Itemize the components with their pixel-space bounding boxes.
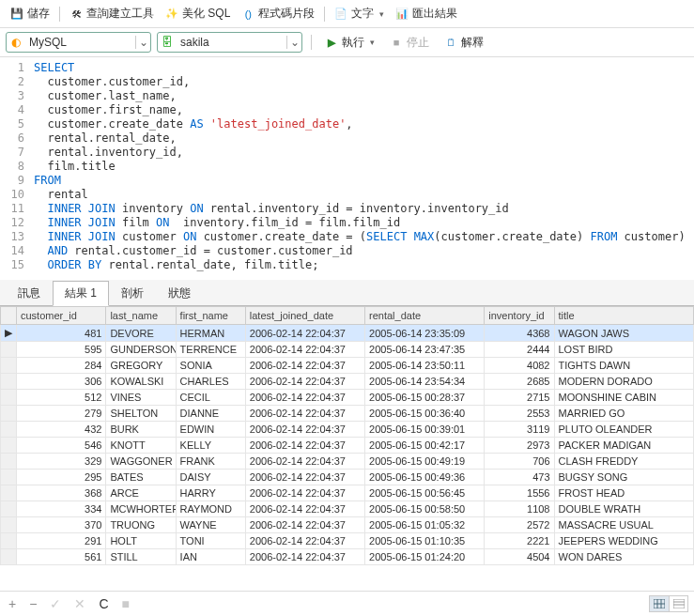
driver-combo[interactable]: ◐ MySQL ⌄ bbox=[6, 32, 151, 53]
cell[interactable]: JEEPERS WEDDING bbox=[554, 533, 694, 549]
cell[interactable]: 546 bbox=[16, 438, 105, 454]
cell[interactable]: CECIL bbox=[176, 390, 245, 406]
table-row[interactable]: 595GUNDERSONTERRENCE2006-02-14 22:04:372… bbox=[1, 342, 694, 358]
cell[interactable]: 2006-02-14 22:04:37 bbox=[245, 485, 364, 501]
cell[interactable]: 1556 bbox=[485, 485, 554, 501]
cell[interactable]: HERMAN bbox=[176, 325, 245, 342]
cell[interactable]: VINES bbox=[106, 390, 176, 406]
cell[interactable]: HOLT bbox=[106, 533, 176, 549]
table-row[interactable]: 546KNOTTKELLY2006-02-14 22:04:372005-06-… bbox=[1, 438, 694, 454]
cell[interactable]: TIGHTS DAWN bbox=[554, 358, 694, 374]
table-row[interactable]: 279SHELTONDIANNE2006-02-14 22:04:372005-… bbox=[1, 406, 694, 422]
cell[interactable]: MODERN DORADO bbox=[554, 374, 694, 390]
cell[interactable]: 2005-06-15 00:36:40 bbox=[365, 406, 485, 422]
cell[interactable]: WAYNE bbox=[176, 517, 245, 533]
cell[interactable]: 2006-02-14 22:04:37 bbox=[245, 358, 364, 374]
column-header[interactable]: inventory_id bbox=[485, 307, 554, 325]
table-row[interactable]: 334MCWHORTERRAYMOND2006-02-14 22:04:3720… bbox=[1, 501, 694, 517]
cell[interactable]: TRUONG bbox=[106, 517, 176, 533]
cell[interactable]: 279 bbox=[16, 406, 105, 422]
cell[interactable]: 4082 bbox=[485, 358, 554, 374]
column-header[interactable]: latest_joined_date bbox=[245, 307, 364, 325]
cancel-button[interactable]: ✕ bbox=[71, 596, 88, 611]
cell[interactable]: 3119 bbox=[485, 422, 554, 438]
cell[interactable]: FROST HEAD bbox=[554, 485, 694, 501]
cell[interactable]: MASSACRE USUAL bbox=[554, 517, 694, 533]
cell[interactable]: 2006-02-14 22:04:37 bbox=[245, 549, 364, 565]
stop-button[interactable]: ■停止 bbox=[385, 33, 434, 53]
cell[interactable]: CLASH FREDDY bbox=[554, 454, 694, 470]
cell[interactable]: 2005-06-15 00:28:37 bbox=[365, 390, 485, 406]
cell[interactable]: 2005-06-14 23:35:09 bbox=[365, 325, 485, 342]
cell[interactable]: 2006-02-14 22:04:37 bbox=[245, 342, 364, 358]
cell[interactable]: KNOTT bbox=[106, 438, 176, 454]
cell[interactable]: MCWHORTER bbox=[106, 501, 176, 517]
schema-combo[interactable]: 🗄 sakila ⌄ bbox=[157, 32, 302, 53]
query-builder-button[interactable]: 🛠查詢建立工具 bbox=[65, 4, 159, 23]
delete-row-button[interactable]: − bbox=[26, 596, 39, 611]
form-view-button[interactable] bbox=[669, 596, 687, 611]
cell[interactable]: 481 bbox=[16, 325, 105, 342]
save-button[interactable]: 💾儲存 bbox=[6, 4, 54, 23]
cell[interactable]: DOUBLE WRATH bbox=[554, 501, 694, 517]
cell[interactable]: 2005-06-15 01:05:32 bbox=[365, 517, 485, 533]
column-header[interactable]: rental_date bbox=[365, 307, 485, 325]
cell[interactable]: SHELTON bbox=[106, 406, 176, 422]
text-button[interactable]: 📄文字▾ bbox=[330, 4, 389, 23]
cell[interactable]: 561 bbox=[16, 549, 105, 565]
cell[interactable]: 2005-06-14 23:50:11 bbox=[365, 358, 485, 374]
cell[interactable]: 2685 bbox=[485, 374, 554, 390]
cell[interactable]: 2006-02-14 22:04:37 bbox=[245, 438, 364, 454]
cell[interactable]: 329 bbox=[16, 454, 105, 470]
cell[interactable]: 2005-06-15 00:39:01 bbox=[365, 422, 485, 438]
cell[interactable]: 2572 bbox=[485, 517, 554, 533]
cell[interactable]: 284 bbox=[16, 358, 105, 374]
table-row[interactable]: 291HOLTTONI2006-02-14 22:04:372005-06-15… bbox=[1, 533, 694, 549]
cell[interactable]: 2006-02-14 22:04:37 bbox=[245, 374, 364, 390]
results-grid-wrap[interactable]: customer_idlast_namefirst_namelatest_joi… bbox=[0, 306, 694, 591]
table-row[interactable]: 561STILLIAN2006-02-14 22:04:372005-06-15… bbox=[1, 549, 694, 565]
cell[interactable]: BURK bbox=[106, 422, 176, 438]
export-results-button[interactable]: 📊匯出結果 bbox=[391, 4, 462, 23]
cell[interactable]: 2006-02-14 22:04:37 bbox=[245, 454, 364, 470]
table-row[interactable]: 368ARCEHARRY2006-02-14 22:04:372005-06-1… bbox=[1, 485, 694, 501]
code-area[interactable]: SELECT customer.customer_id, customer.la… bbox=[34, 61, 694, 272]
beautify-sql-button[interactable]: ✨美化 SQL bbox=[161, 4, 235, 23]
tab-status[interactable]: 狀態 bbox=[156, 281, 203, 306]
cell[interactable]: 2005-06-14 23:54:34 bbox=[365, 374, 485, 390]
cell[interactable]: GREGORY bbox=[106, 358, 176, 374]
cell[interactable]: 370 bbox=[16, 517, 105, 533]
cell[interactable]: RAYMOND bbox=[176, 501, 245, 517]
table-row[interactable]: 295BATESDAISY2006-02-14 22:04:372005-06-… bbox=[1, 470, 694, 485]
cell[interactable]: 2005-06-15 00:49:36 bbox=[365, 470, 485, 485]
table-row[interactable]: 284GREGORYSONIA2006-02-14 22:04:372005-0… bbox=[1, 358, 694, 374]
cell[interactable]: BATES bbox=[106, 470, 176, 485]
table-row[interactable]: 306KOWALSKICHARLES2006-02-14 22:04:37200… bbox=[1, 374, 694, 390]
cell[interactable]: HARRY bbox=[176, 485, 245, 501]
cell[interactable]: STILL bbox=[106, 549, 176, 565]
refresh-button[interactable]: C bbox=[96, 596, 111, 611]
cell[interactable]: 2006-02-14 22:04:37 bbox=[245, 470, 364, 485]
cell[interactable]: 512 bbox=[16, 390, 105, 406]
cell[interactable]: 291 bbox=[16, 533, 105, 549]
cell[interactable]: 4368 bbox=[485, 325, 554, 342]
cell[interactable]: KELLY bbox=[176, 438, 245, 454]
cell[interactable]: 473 bbox=[485, 470, 554, 485]
cell[interactable]: 306 bbox=[16, 374, 105, 390]
cell[interactable]: 4504 bbox=[485, 549, 554, 565]
cell[interactable]: 2006-02-14 22:04:37 bbox=[245, 533, 364, 549]
column-header[interactable]: first_name bbox=[176, 307, 245, 325]
cell[interactable]: KOWALSKI bbox=[106, 374, 176, 390]
column-header[interactable]: customer_id bbox=[16, 307, 105, 325]
cell[interactable]: 2006-02-14 22:04:37 bbox=[245, 325, 364, 342]
table-row[interactable]: 370TRUONGWAYNE2006-02-14 22:04:372005-06… bbox=[1, 517, 694, 533]
cell[interactable]: 2006-02-14 22:04:37 bbox=[245, 406, 364, 422]
cell[interactable]: DAISY bbox=[176, 470, 245, 485]
tab-result[interactable]: 結果 1 bbox=[53, 281, 109, 306]
cell[interactable]: 2006-02-14 22:04:37 bbox=[245, 501, 364, 517]
code-snippets-button[interactable]: ()程式碼片段 bbox=[237, 4, 319, 23]
cell[interactable]: 2715 bbox=[485, 390, 554, 406]
cell[interactable]: DEVORE bbox=[106, 325, 176, 342]
cell[interactable]: FRANK bbox=[176, 454, 245, 470]
cell[interactable]: 432 bbox=[16, 422, 105, 438]
